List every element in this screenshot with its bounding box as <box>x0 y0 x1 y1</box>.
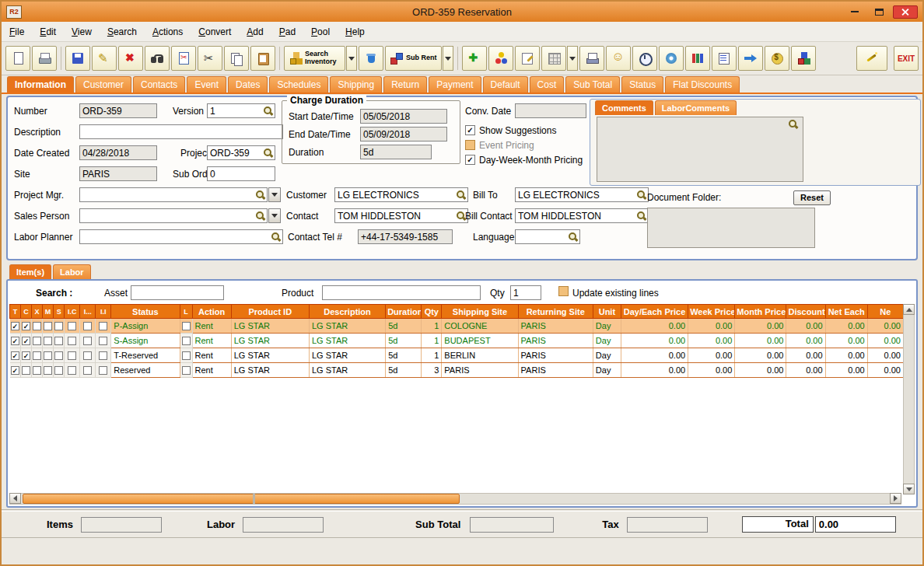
col-header-product-id[interactable]: Product ID <box>231 305 309 319</box>
search-inventory-button[interactable]: Search Inventory <box>284 46 345 71</box>
magnifier-icon[interactable] <box>255 190 266 201</box>
magnifier-icon[interactable] <box>568 232 579 243</box>
row-checkbox-s[interactable] <box>54 351 63 360</box>
find-button[interactable] <box>145 46 170 71</box>
col-header-shipping-site[interactable]: Shipping Site <box>442 305 518 319</box>
scroll-up-button[interactable] <box>903 304 915 315</box>
maximize-button[interactable] <box>869 5 889 19</box>
menu-item-add[interactable]: Add <box>247 26 263 37</box>
new-button[interactable] <box>5 46 30 71</box>
row-checkbox-i1[interactable] <box>83 366 92 375</box>
tab-status[interactable]: Status <box>621 76 663 93</box>
bill-to-field[interactable] <box>515 187 649 202</box>
menu-item-search[interactable]: Search <box>107 26 137 37</box>
exit-button[interactable]: EXIT <box>894 46 919 71</box>
scroll-right-button[interactable] <box>890 493 901 504</box>
item-row-4[interactable]: ✓ Reserved Rent LG STAR LG STAR 5d 3 PAR… <box>10 363 904 378</box>
sub-total-field[interactable] <box>470 517 554 533</box>
menu-item-file[interactable]: File <box>9 26 24 37</box>
row-checkbox-c[interactable]: ✓ <box>22 337 30 345</box>
tab-default[interactable]: Default <box>483 76 528 93</box>
site-field[interactable] <box>79 166 157 181</box>
tab-flat-discounts[interactable]: Flat Discounts <box>665 76 740 93</box>
row-checkbox-m[interactable] <box>44 366 52 375</box>
language-input[interactable] <box>516 232 568 243</box>
labor-planner-input[interactable] <box>80 232 271 243</box>
minimize-button[interactable] <box>845 5 865 19</box>
contact-field[interactable] <box>334 208 468 223</box>
magnifier-icon[interactable] <box>636 211 647 222</box>
horizontal-scroll-thumb[interactable] <box>23 494 460 504</box>
product-input[interactable] <box>322 285 481 300</box>
project-field[interactable] <box>207 145 275 160</box>
qty-input[interactable] <box>510 285 541 300</box>
conv-date-field[interactable] <box>515 103 586 118</box>
sales-person-dropdown[interactable] <box>268 208 281 223</box>
col-header-net-each[interactable]: Net Each <box>825 305 867 319</box>
row-checkbox-t[interactable]: ✓ <box>11 366 19 375</box>
col-header-week-price[interactable]: Week Price <box>688 305 735 319</box>
copy-button[interactable] <box>224 46 249 71</box>
row-checkbox-ic[interactable] <box>68 322 76 330</box>
menu-item-pad[interactable]: Pad <box>279 26 296 37</box>
col-header-day-each-price[interactable]: Day/Each Price <box>621 305 688 319</box>
magnifier-icon[interactable] <box>263 148 274 159</box>
items-total-field[interactable] <box>81 517 162 533</box>
bill-to-input[interactable] <box>516 190 636 201</box>
row-checkbox-ii[interactable] <box>99 366 107 375</box>
col-header-qty[interactable]: Qty <box>422 305 442 319</box>
row-checkbox-t[interactable]: ✓ <box>11 351 19 360</box>
version-field[interactable] <box>207 103 275 118</box>
print-button[interactable] <box>32 46 57 71</box>
project-mgr-field[interactable] <box>79 187 268 202</box>
document-folder-area[interactable] <box>647 208 815 248</box>
row-checkbox-s[interactable] <box>54 366 63 375</box>
pane-splitter[interactable] <box>253 494 255 504</box>
row-checkbox-x[interactable] <box>33 337 41 345</box>
col-header-ii[interactable]: I.I <box>96 305 111 319</box>
day-week-month-checkbox[interactable]: ✓ <box>465 155 475 165</box>
col-header-x[interactable]: X <box>32 305 43 319</box>
reset-button[interactable]: Reset <box>793 190 831 205</box>
project-mgr-dropdown[interactable] <box>268 187 281 202</box>
col-header-s[interactable]: S <box>54 305 65 319</box>
row-checkbox-x[interactable] <box>33 322 41 330</box>
customer-input[interactable] <box>335 190 456 201</box>
scroll-down-button[interactable] <box>903 484 915 494</box>
row-checkbox-i1[interactable] <box>83 351 92 360</box>
row-checkbox-m[interactable] <box>44 337 52 345</box>
col-header-month-price[interactable]: Month Price <box>735 305 786 319</box>
row-checkbox-m[interactable] <box>44 322 52 330</box>
convert-button[interactable] <box>171 46 196 71</box>
contact-tel-field[interactable] <box>358 229 453 244</box>
total-value-field[interactable] <box>815 516 896 533</box>
col-header-unit[interactable]: Unit <box>593 305 621 319</box>
vertical-scrollbar[interactable] <box>903 304 915 494</box>
tab-contacts[interactable]: Contacts <box>133 76 185 93</box>
col-header-duration[interactable]: Duration <box>386 305 422 319</box>
item-row-1[interactable]: ✓ ✓ P-Assign Rent LG STAR LG STAR 5d 1 C… <box>10 319 904 334</box>
pad-button[interactable] <box>541 46 566 71</box>
version-input[interactable] <box>208 106 263 117</box>
payment-button[interactable] <box>765 46 789 71</box>
update-existing-lines-checkbox[interactable] <box>558 286 569 296</box>
duration-field[interactable] <box>360 145 432 159</box>
row-checkbox-s[interactable] <box>54 337 63 345</box>
tab-event[interactable]: Event <box>187 76 226 93</box>
delete-button[interactable] <box>118 46 143 71</box>
col-header-ic[interactable]: I.C <box>65 305 80 319</box>
row-checkbox-c[interactable]: ✓ <box>22 322 30 330</box>
print-labels-button[interactable] <box>579 46 604 71</box>
item-row-3[interactable]: ✓ ✓ T-Reserved Rent LG STAR LG STAR 5d 1… <box>10 348 904 363</box>
show-suggestions-checkbox[interactable]: ✓ <box>465 125 475 135</box>
menu-item-edit[interactable]: Edit <box>40 26 56 37</box>
close-button[interactable] <box>893 5 918 19</box>
wand-button[interactable] <box>856 46 887 71</box>
menu-item-view[interactable]: View <box>72 26 92 37</box>
col-header-description[interactable]: Description <box>309 305 385 319</box>
item-row-2[interactable]: ✓ ✓ S-Assign Rent LG STAR LG STAR 5d 1 B… <box>10 334 904 348</box>
language-field[interactable] <box>515 229 580 244</box>
project-mgr-input[interactable] <box>80 190 255 201</box>
col-header-t[interactable]: T <box>10 305 21 319</box>
row-checkbox-ic[interactable] <box>68 337 76 345</box>
